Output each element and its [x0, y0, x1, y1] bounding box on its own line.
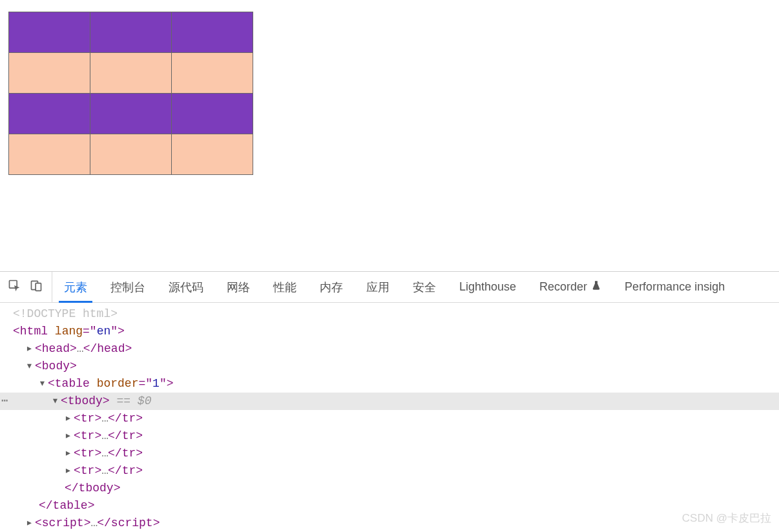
- tab-security[interactable]: 安全: [401, 272, 448, 302]
- tab-network[interactable]: 网络: [215, 272, 262, 302]
- tab-recorder[interactable]: Recorder: [528, 272, 613, 302]
- devtools-tabbar: 元素 控制台 源代码 网络 性能 内存 应用 安全 Lighthouse Rec…: [0, 272, 779, 303]
- device-toggle-icon[interactable]: [30, 279, 43, 295]
- table-row: [9, 94, 253, 134]
- expand-arrow-icon[interactable]: [26, 515, 32, 532]
- expand-arrow-icon[interactable]: [65, 462, 71, 480]
- table-row: [9, 134, 253, 175]
- tab-console[interactable]: 控制台: [99, 272, 157, 302]
- svg-rect-2: [36, 283, 41, 291]
- flask-icon: [591, 280, 601, 294]
- tab-elements[interactable]: 元素: [52, 272, 99, 302]
- tr-node[interactable]: <tr>…</tr>: [0, 427, 779, 445]
- body-node[interactable]: <body>: [0, 358, 779, 375]
- expand-arrow-icon[interactable]: [65, 410, 71, 427]
- tbody-close-node[interactable]: </tbody>: [0, 480, 779, 497]
- elements-dom-tree[interactable]: <!DOCTYPE html> <html lang="en"> <head>……: [0, 303, 779, 532]
- tab-lighthouse[interactable]: Lighthouse: [448, 272, 528, 302]
- tab-sources[interactable]: 源代码: [157, 272, 215, 302]
- collapse-arrow-icon[interactable]: [39, 375, 45, 393]
- inspect-icon[interactable]: [8, 279, 21, 295]
- tr-node[interactable]: <tr>…</tr>: [0, 462, 779, 480]
- tab-memory[interactable]: 内存: [308, 272, 355, 302]
- watermark-text: CSDN @卡皮巴拉: [682, 511, 771, 526]
- table-row: [9, 12, 253, 53]
- devtools-tabs: 元素 控制台 源代码 网络 性能 内存 应用 安全 Lighthouse Rec…: [52, 272, 736, 302]
- tab-application[interactable]: 应用: [355, 272, 401, 302]
- collapse-arrow-icon[interactable]: [26, 358, 32, 375]
- tr-node[interactable]: <tr>…</tr>: [0, 410, 779, 427]
- script-node[interactable]: <script>…</script>: [0, 515, 779, 532]
- collapse-arrow-icon[interactable]: [52, 393, 58, 410]
- rendered-page: [0, 0, 779, 175]
- expand-arrow-icon[interactable]: [65, 445, 71, 462]
- tbody-node-selected[interactable]: ⋯<tbody> == $0: [0, 393, 779, 410]
- devtools-panel: 元素 控制台 源代码 网络 性能 内存 应用 安全 Lighthouse Rec…: [0, 271, 779, 532]
- expand-arrow-icon[interactable]: [26, 340, 32, 358]
- table-close-node[interactable]: </table>: [0, 497, 779, 515]
- doctype-node[interactable]: <!DOCTYPE html>: [0, 305, 779, 323]
- tab-performance[interactable]: 性能: [262, 272, 308, 302]
- more-actions-icon[interactable]: ⋯: [1, 393, 10, 410]
- table-row: [9, 53, 253, 94]
- tab-performance-insights[interactable]: Performance insigh: [613, 272, 736, 302]
- demo-table: [8, 12, 253, 175]
- tr-node[interactable]: <tr>…</tr>: [0, 445, 779, 462]
- table-node[interactable]: <table border="1">: [0, 375, 779, 393]
- html-node[interactable]: <html lang="en">: [0, 323, 779, 340]
- expand-arrow-icon[interactable]: [65, 427, 71, 445]
- head-node[interactable]: <head>…</head>: [0, 340, 779, 358]
